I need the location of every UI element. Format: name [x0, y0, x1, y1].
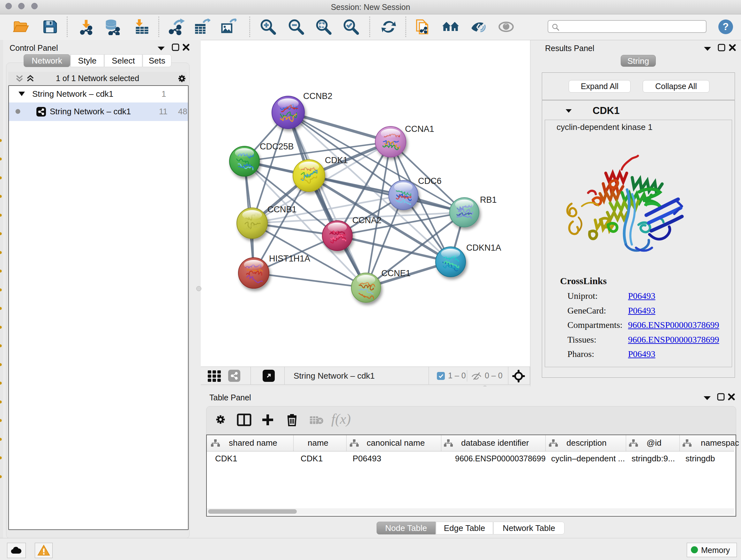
svg-text:HIST1H1A: HIST1H1A — [269, 254, 310, 263]
svg-text:RB1: RB1 — [480, 195, 497, 205]
svg-text:CDK1: CDK1 — [325, 155, 348, 165]
svg-text:CCNB2: CCNB2 — [303, 91, 333, 101]
svg-text:CDKN1A: CDKN1A — [466, 243, 501, 253]
svg-text:CCNA2: CCNA2 — [352, 215, 382, 225]
svg-text:CCNA1: CCNA1 — [405, 124, 434, 134]
svg-text:CDC25B: CDC25B — [260, 142, 294, 151]
svg-text:CCNB1: CCNB1 — [267, 205, 297, 214]
svg-text:CCNE1: CCNE1 — [381, 268, 411, 278]
svg-text:CDC6: CDC6 — [418, 176, 442, 186]
